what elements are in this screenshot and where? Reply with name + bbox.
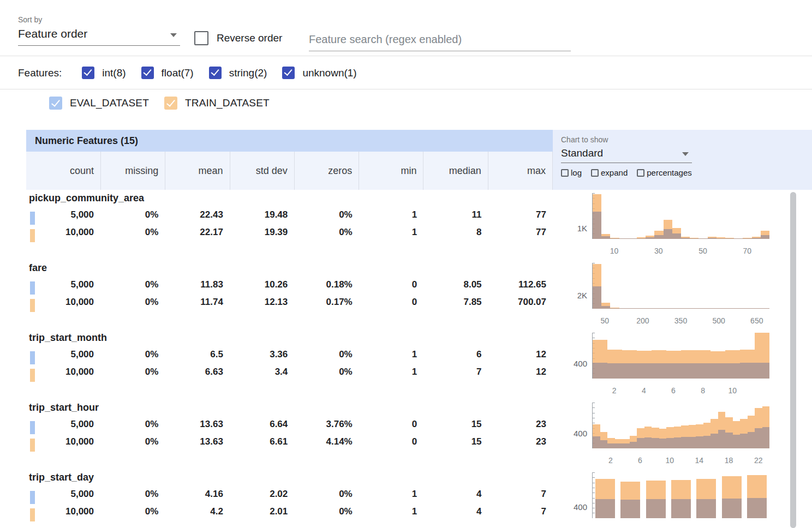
histogram-bar-eval — [698, 308, 707, 309]
x-tick-label: 6 — [671, 386, 676, 395]
histogram-bar-eval — [654, 235, 663, 239]
x-tick-label: 2 — [612, 386, 617, 395]
histogram-bar-eval — [718, 430, 726, 448]
histogram-bar-eval — [659, 439, 667, 448]
histogram-bar-eval — [601, 236, 610, 239]
sort-by-select[interactable]: Feature order — [18, 24, 180, 46]
histogram-bar-eval — [637, 308, 646, 309]
feature-stats: fare 5,0000%11.8310.260.18%08.05112.6510… — [26, 260, 553, 311]
feature-search-input[interactable]: Feature search (regex enabled) — [309, 28, 571, 51]
stat-count: 10,000 — [26, 367, 100, 377]
feature-block-trip_start_month: trip_start_month 5,0000%6.53.360%161210,… — [0, 329, 812, 399]
checkbox-checked-icon — [82, 67, 94, 79]
sort-by-value: Feature order — [18, 27, 87, 40]
histogram-bar-eval — [654, 308, 663, 309]
stat-count: 5,000 — [26, 349, 100, 360]
chart-option-percentages[interactable]: percentages — [637, 168, 692, 177]
column-header-count: count — [26, 152, 100, 190]
histogram-bar-eval — [593, 363, 607, 379]
reverse-order-checkbox[interactable]: Reverse order — [194, 31, 282, 45]
chart-type-select[interactable]: Standard — [561, 145, 692, 163]
histogram-chart-trip_start_day[interactable]: 400 — [562, 469, 797, 528]
feature-block-trip_start_hour: trip_start_hour 5,0000%13.636.643.76%015… — [0, 399, 812, 469]
feature-type-filter-float[interactable]: float(7) — [141, 67, 194, 79]
stat-missing: 0% — [100, 227, 165, 238]
histogram-bar-eval — [752, 308, 761, 309]
histogram-bar-eval — [615, 443, 623, 448]
train-color-chip — [30, 439, 35, 452]
stat-mean: 4.16 — [165, 489, 229, 500]
stat-min: 0 — [359, 419, 423, 430]
histogram-bar-eval — [761, 235, 769, 239]
feature-name: pickup_community_area — [26, 190, 553, 206]
stat-zeros: 0% — [294, 367, 359, 377]
histogram-bar-eval — [681, 308, 690, 309]
histogram-bar-eval — [689, 437, 696, 449]
feature-block-fare: fare 5,0000%11.8310.260.18%08.05112.6510… — [0, 260, 812, 329]
stat-missing: 0% — [100, 279, 165, 290]
chart-option-label: log — [571, 168, 582, 177]
histogram-bar-eval — [740, 434, 748, 448]
histogram-bar-eval — [755, 363, 769, 379]
feature-stats-row-train: 10,0000%4.22.010%147 — [26, 503, 553, 520]
feature-type-filters: Features: int(8) float(7) string(2) unkn… — [0, 57, 812, 89]
stat-zeros: 0.18% — [294, 279, 359, 290]
histogram-chart-trip_start_month[interactable]: 400 246810 — [562, 329, 797, 399]
histogram-bar-eval — [646, 499, 666, 518]
stats-column-headers: countmissingmeanstd devzerosminmedianmax — [26, 152, 553, 190]
stat-zeros: 0% — [294, 227, 359, 238]
dataset-toggle-eval[interactable]: EVAL_DATASET — [49, 97, 149, 110]
stat-zeros: 0% — [294, 349, 359, 360]
sort-by-group: Sort by Feature order — [18, 15, 180, 46]
histogram-chart-fare[interactable]: 2K 50200350500650 — [562, 260, 797, 329]
stat-min: 1 — [359, 489, 423, 500]
histogram-bar-eval — [725, 238, 734, 239]
histogram-bar-eval — [681, 363, 696, 379]
x-tick-label: 50 — [698, 247, 707, 255]
y-axis-label: 400 — [562, 359, 587, 368]
histogram-bar-eval — [681, 437, 689, 448]
feature-stats-row-train: 10,0000%22.1719.390%1877 — [26, 224, 553, 241]
checkbox-unchecked-icon — [637, 169, 644, 177]
histogram-bar-eval — [690, 238, 698, 239]
histogram-plot — [592, 193, 769, 239]
sort-by-label: Sort by — [18, 15, 180, 24]
checkbox-checked-icon — [49, 97, 62, 110]
histogram-plot — [592, 263, 769, 309]
feature-type-filter-string[interactable]: string(2) — [209, 67, 267, 79]
histogram-plot — [592, 403, 769, 448]
vertical-scrollbar[interactable] — [790, 192, 796, 528]
dataset-toggle-train[interactable]: TRAIN_DATASET — [164, 97, 270, 110]
stat-min: 0 — [359, 436, 423, 447]
stat-count: 5,000 — [26, 209, 100, 220]
feature-type-filter-unknown[interactable]: unknown(1) — [282, 67, 356, 79]
x-tick-label: 10 — [610, 247, 619, 255]
histogram-bar-eval — [619, 308, 628, 309]
stat-count: 10,000 — [26, 436, 100, 447]
chart-option-log[interactable]: log — [561, 168, 582, 177]
x-tick-label: 500 — [712, 316, 725, 325]
histogram-bar-eval — [743, 308, 751, 309]
eval-color-chip — [30, 351, 35, 364]
histogram-bar-eval — [725, 308, 734, 309]
column-header-min: min — [359, 152, 423, 190]
histogram-bar-eval — [725, 363, 740, 379]
stat-mean: 11.83 — [165, 279, 229, 290]
checkbox-checked-icon — [209, 67, 222, 79]
facets-overview: Sort by Feature order Reverse order Feat… — [0, 0, 812, 528]
histogram-bar-eval — [595, 499, 615, 518]
feature-type-filter-int[interactable]: int(8) — [82, 67, 126, 79]
stat-std-dev: 6.61 — [230, 436, 294, 447]
stat-max: 77 — [488, 227, 553, 238]
stat-median: 7 — [423, 367, 488, 377]
features-label: Features: — [18, 67, 62, 79]
histogram-chart-trip_start_hour[interactable]: 400 2610141822 — [562, 399, 797, 469]
histogram-chart-pickup_community_area[interactable]: 1K 10305070 — [562, 190, 797, 260]
train-color-chip — [30, 229, 35, 242]
chart-option-expand[interactable]: expand — [591, 168, 628, 177]
checkbox-unchecked-icon — [591, 169, 599, 177]
x-tick-label: 200 — [636, 316, 649, 325]
histogram-bar-eval — [748, 432, 755, 448]
stat-mean: 11.74 — [165, 297, 229, 308]
histogram-bar-eval — [610, 308, 619, 309]
